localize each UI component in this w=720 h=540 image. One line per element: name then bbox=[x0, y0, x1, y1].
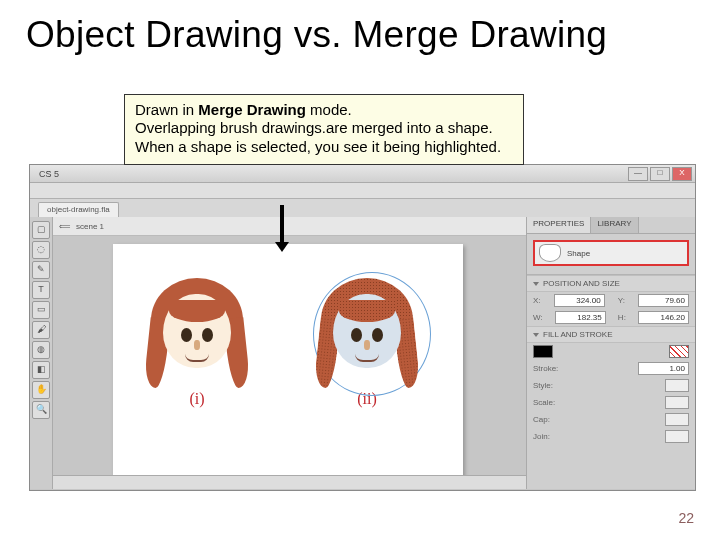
tools-panel: ▢ ◌ ✎ T ▭ 🖌 ◍ ◧ ✋ 🔍 bbox=[30, 217, 53, 489]
callout-box: Drawn in Merge Drawing mode. Overlapping… bbox=[124, 94, 524, 165]
text-tool-icon[interactable]: T bbox=[32, 281, 50, 299]
x-label: X: bbox=[533, 296, 541, 305]
scene-bar: ⟸ scene 1 bbox=[53, 217, 526, 236]
minimize-button[interactable]: — bbox=[628, 167, 648, 181]
close-button[interactable]: X bbox=[672, 167, 692, 181]
stroke-label: Stroke: bbox=[533, 364, 558, 373]
callout-text: When a shape is selected, you see it bei… bbox=[135, 138, 513, 156]
shape-type-label: Shape bbox=[567, 249, 590, 258]
nose-icon bbox=[364, 340, 370, 350]
w-field[interactable]: 182.35 bbox=[555, 311, 606, 324]
eye-icon bbox=[351, 328, 362, 342]
y-label: Y: bbox=[618, 296, 625, 305]
version-tag: CS 5 bbox=[39, 169, 59, 179]
callout-arrow-icon bbox=[280, 205, 284, 243]
shape-indicator-highlighted: Shape bbox=[533, 240, 689, 266]
menu-bar[interactable] bbox=[30, 183, 695, 199]
fill-swatch[interactable] bbox=[669, 345, 689, 358]
horizontal-scrollbar[interactable] bbox=[53, 475, 526, 489]
stage-canvas: (i) bbox=[113, 244, 463, 475]
brush-tool-icon[interactable]: 🖌 bbox=[32, 321, 50, 339]
figure-ii-selected: (ii) bbox=[311, 276, 423, 408]
section-label: POSITION AND SIZE bbox=[543, 279, 620, 288]
cap-label: Cap: bbox=[533, 415, 550, 424]
eye-icon bbox=[202, 328, 213, 342]
section-position-size[interactable]: POSITION AND SIZE bbox=[527, 275, 695, 292]
maximize-button[interactable]: □ bbox=[650, 167, 670, 181]
join-dropdown[interactable] bbox=[665, 430, 689, 443]
document-tab-bar: object-drawing.fla bbox=[30, 199, 695, 217]
document-tab[interactable]: object-drawing.fla bbox=[38, 202, 119, 217]
callout-bold: Merge Drawing bbox=[198, 101, 310, 118]
caption-i: (i) bbox=[141, 390, 253, 408]
figure-i: (i) bbox=[141, 276, 253, 408]
stroke-swatch[interactable] bbox=[533, 345, 553, 358]
scene-label[interactable]: scene 1 bbox=[76, 222, 104, 231]
eraser-tool-icon[interactable]: ◧ bbox=[32, 361, 50, 379]
nose-icon bbox=[194, 340, 200, 350]
window-titlebar: CS 5 — □ X bbox=[30, 165, 695, 183]
selection-tool-icon[interactable]: ▢ bbox=[32, 221, 50, 239]
rect-tool-icon[interactable]: ▭ bbox=[32, 301, 50, 319]
back-arrow-icon[interactable]: ⟸ bbox=[59, 222, 70, 231]
w-label: W: bbox=[533, 313, 543, 322]
properties-panel: PROPERTIES LIBRARY Shape POSITION AND SI… bbox=[526, 217, 695, 489]
section-label: FILL AND STROKE bbox=[543, 330, 613, 339]
stage-area[interactable]: (i) bbox=[53, 236, 526, 475]
callout-text: Overlapping brush drawings.are merged in… bbox=[135, 119, 513, 137]
fringe-shape-selected bbox=[339, 300, 395, 322]
tab-library[interactable]: LIBRARY bbox=[591, 217, 638, 233]
scale-dropdown[interactable] bbox=[665, 396, 689, 409]
style-label: Style: bbox=[533, 381, 553, 390]
section-fill-stroke[interactable]: FILL AND STROKE bbox=[527, 326, 695, 343]
caption-ii: (ii) bbox=[311, 390, 423, 408]
lasso-tool-icon[interactable]: ◌ bbox=[32, 241, 50, 259]
zoom-tool-icon[interactable]: 🔍 bbox=[32, 401, 50, 419]
pen-tool-icon[interactable]: ✎ bbox=[32, 261, 50, 279]
cap-dropdown[interactable] bbox=[665, 413, 689, 426]
callout-text: Drawn in bbox=[135, 101, 198, 118]
h-field[interactable]: 146.20 bbox=[638, 311, 689, 324]
eye-icon bbox=[372, 328, 383, 342]
h-label: H: bbox=[618, 313, 626, 322]
hand-tool-icon[interactable]: ✋ bbox=[32, 381, 50, 399]
slide-title: Object Drawing vs. Merge Drawing bbox=[0, 0, 720, 62]
fringe-shape bbox=[169, 300, 225, 322]
join-label: Join: bbox=[533, 432, 550, 441]
callout-text: mode. bbox=[310, 101, 352, 118]
stroke-field[interactable]: 1.00 bbox=[638, 362, 689, 375]
scale-label: Scale: bbox=[533, 398, 555, 407]
style-dropdown[interactable] bbox=[665, 379, 689, 392]
x-field[interactable]: 324.00 bbox=[554, 294, 605, 307]
flash-app-window: CS 5 — □ X object-drawing.fla ▢ ◌ ✎ T ▭ … bbox=[29, 164, 696, 491]
y-field[interactable]: 79.60 bbox=[638, 294, 689, 307]
disclosure-icon bbox=[533, 333, 539, 337]
bucket-tool-icon[interactable]: ◍ bbox=[32, 341, 50, 359]
page-number: 22 bbox=[678, 510, 694, 526]
shape-thumb-icon bbox=[539, 244, 561, 262]
tab-properties[interactable]: PROPERTIES bbox=[527, 217, 591, 233]
disclosure-icon bbox=[533, 282, 539, 286]
eye-icon bbox=[181, 328, 192, 342]
